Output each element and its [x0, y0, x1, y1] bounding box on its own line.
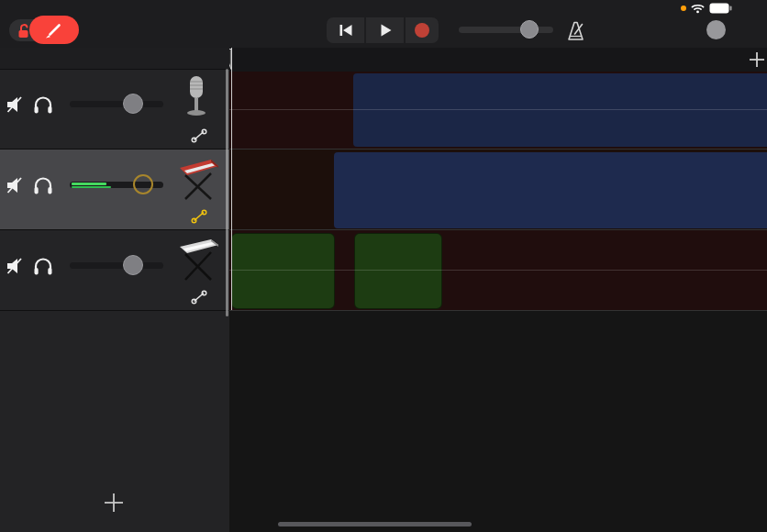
- add-track-button[interactable]: [103, 492, 125, 514]
- track-volume-slider[interactable]: [70, 182, 163, 188]
- add-region-plus-button[interactable]: [749, 51, 765, 68]
- location-indicator-icon: [681, 6, 686, 11]
- level-meter-right: [72, 186, 111, 189]
- divider: [0, 310, 229, 311]
- keyboard-icon: [176, 236, 220, 285]
- wifi-icon: [691, 3, 705, 14]
- battery-icon: [709, 3, 732, 14]
- headphones-button[interactable]: [33, 94, 53, 115]
- garageband-app: [0, 0, 767, 532]
- synthesizer-icon: [176, 155, 220, 205]
- headphones-button[interactable]: [33, 175, 53, 195]
- headphones-button[interactable]: [33, 256, 53, 276]
- record-icon: [415, 23, 429, 38]
- region-my-sample-1-a[interactable]: [231, 233, 335, 309]
- mute-button[interactable]: [6, 175, 26, 195]
- track-volume-knob[interactable]: [123, 94, 143, 114]
- track-header-my-sample-1[interactable]: [0, 230, 229, 310]
- track-header-sidebar: [0, 48, 229, 532]
- track-volume-slider[interactable]: [70, 101, 163, 107]
- record-button[interactable]: [406, 17, 439, 43]
- master-volume-knob[interactable]: [520, 20, 539, 39]
- status-icons: [681, 3, 732, 14]
- region-my-sample-1-b[interactable]: [354, 233, 442, 309]
- track-volume-knob[interactable]: [123, 255, 143, 275]
- lane-centerline: [229, 109, 767, 110]
- lane-divider: [229, 229, 767, 230]
- toolbar: [0, 0, 767, 48]
- edit-pencil-button[interactable]: [29, 16, 79, 44]
- transport-controls: [327, 17, 439, 43]
- rewind-button[interactable]: [327, 17, 364, 43]
- divider: [0, 69, 229, 70]
- help-button[interactable]: [706, 20, 726, 39]
- pencil-icon: [45, 21, 63, 39]
- divider: [0, 229, 229, 230]
- timeline-area[interactable]: [229, 48, 767, 532]
- lane-divider: [229, 310, 767, 311]
- track-header-synthesizer[interactable]: [0, 150, 229, 229]
- metronome-button[interactable]: [563, 19, 587, 43]
- level-meter-left: [72, 183, 106, 185]
- play-button[interactable]: [366, 17, 404, 43]
- mute-button[interactable]: [6, 94, 26, 115]
- automation-icon[interactable]: [191, 208, 207, 225]
- track-volume-slider[interactable]: [70, 262, 163, 269]
- playhead[interactable]: [231, 48, 233, 310]
- divider: [0, 149, 229, 150]
- lane-centerline: [229, 270, 767, 271]
- horizontal-scrollbar[interactable]: [278, 522, 472, 526]
- automation-icon[interactable]: [191, 289, 207, 305]
- track-scroll-indicator[interactable]: [226, 69, 228, 316]
- play-icon: [378, 23, 393, 38]
- microphone-icon: [176, 74, 217, 126]
- track-volume-knob[interactable]: [133, 174, 153, 194]
- master-volume-slider[interactable]: [459, 27, 553, 33]
- region-afloat-pad[interactable]: [334, 152, 767, 228]
- automation-icon[interactable]: [191, 127, 207, 144]
- mute-button[interactable]: [6, 256, 26, 276]
- audio-waveform: [334, 152, 767, 228]
- lane-divider: [229, 149, 767, 150]
- track-header-narrator[interactable]: [0, 69, 229, 149]
- region-narrator[interactable]: [353, 73, 767, 147]
- audio-waveform: [353, 73, 767, 147]
- rewind-icon: [338, 23, 354, 38]
- ruler[interactable]: [229, 48, 767, 72]
